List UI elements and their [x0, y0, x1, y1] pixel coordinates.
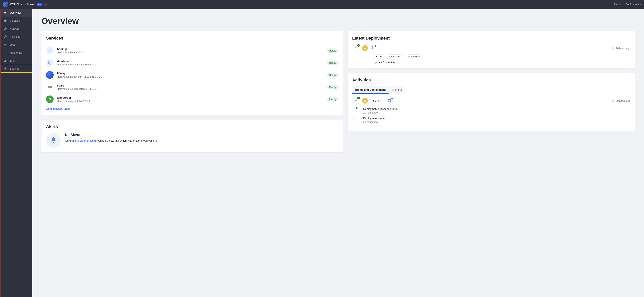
backup-icon [46, 47, 54, 54]
cube-icon [4, 19, 7, 22]
sidebar-item-overview[interactable]: Overview [0, 9, 32, 17]
activity-status-icon: ✓ [352, 97, 360, 104]
service-info: liferay liferaycloud/liferay-dxp:7.2.10-… [57, 72, 327, 78]
breadcrumb-project[interactable]: lfrlearn [28, 3, 36, 6]
alerts-card-title: Alerts [46, 124, 338, 129]
sidebar-item-label: Monitoring [10, 51, 22, 54]
timeline-title: Deployment succeeded in 5s [363, 108, 630, 110]
activities-tabs: Builds and Deployments General [352, 86, 630, 94]
status-dot-icon [392, 98, 393, 100]
timeline-dot-icon [352, 108, 358, 112]
home-icon [4, 11, 7, 14]
build-number-pill[interactable]: 135 [370, 99, 381, 103]
timeline-time: 20 hours ago [363, 120, 630, 124]
latest-deployment-title: Latest Deployment [352, 36, 630, 41]
service-name: search [57, 84, 327, 87]
page-title: Overview [42, 16, 635, 26]
service-row-search[interactable]: search liferaycloud/elasticsearch:6.1.4-… [46, 81, 338, 93]
svg-rect-2 [4, 44, 6, 44]
service-name: liferay [57, 72, 327, 75]
sidebar-item-network[interactable]: Network [0, 25, 32, 33]
branch-pill[interactable]: upgrade… [386, 54, 404, 59]
sidebar-item-activities[interactable]: Activities [0, 33, 32, 41]
breadcrumb: DXP Cloud › lfrlearn uat ⌄ [10, 2, 48, 6]
alerts-description: Go to alerts preferences to configure ho… [65, 139, 157, 143]
svg-point-6 [5, 68, 6, 69]
deployment-status-icon: ✓ [352, 44, 360, 52]
success-check-icon: ✓ [357, 44, 360, 47]
stack-icon [387, 98, 392, 103]
breadcrumb-brand[interactable]: DXP Cloud [10, 3, 24, 6]
service-row-webserver[interactable]: N webserver liferaycloud/nginx:1.14.2-3.… [46, 93, 338, 105]
svg-point-9 [390, 56, 390, 56]
service-image: liferaycloud/database:4.0.0-beta.1 [57, 63, 327, 66]
sidebar-item-label: Services [10, 19, 20, 22]
services-link[interactable]: Go to services page [46, 107, 70, 110]
service-row-backup[interactable]: backup liferaycloud/backup:3.2.1 Ready [46, 44, 338, 57]
svg-rect-4 [4, 45, 6, 46]
build-number-pill[interactable]: 135 [374, 54, 384, 59]
history-icon [4, 35, 7, 38]
sidebar: Overview Services Network Activities Log… [0, 9, 32, 297]
service-info: database liferaycloud/database:4.0.0-bet… [57, 60, 327, 66]
service-image: liferaycloud/nginx:1.14.2-3.1.1 [57, 100, 327, 102]
svg-point-7 [49, 61, 51, 62]
sidebar-item-label: Activities [10, 35, 20, 38]
activities-card: Activities Builds and Deployments Genera… [348, 73, 635, 131]
activity-time: 🕐 20 hours ago [611, 99, 630, 102]
logo-icon[interactable] [3, 2, 8, 7]
liferay-icon [46, 71, 54, 79]
sidebar-item-label: Logs [10, 43, 16, 46]
service-row-database[interactable]: database liferaycloud/database:4.0.0-bet… [46, 57, 338, 69]
services-card-title: Services [46, 36, 338, 41]
chart-icon [4, 51, 7, 54]
clock-icon: 🕐 [611, 46, 614, 50]
nginx-icon: N [46, 96, 54, 103]
status-badge: Ready [327, 85, 338, 89]
tab-builds-deployments[interactable]: Builds and Deployments [352, 86, 389, 94]
alerts-preferences-link[interactable]: alerts preferences [72, 139, 94, 142]
env-badge: uat [37, 3, 42, 6]
timeline-title: Deployment started [363, 117, 630, 120]
search-service-icon [46, 83, 54, 91]
topbar-left: DXP Cloud › lfrlearn uat ⌄ [3, 2, 48, 7]
service-image: liferaycloud/liferay-dxp:7.2.10-ga1-3.0.… [57, 75, 327, 78]
nav-deployments[interactable]: Deployments [625, 3, 641, 6]
latest-deployment-card: Latest Deployment ✓ A 🕐 [348, 31, 635, 68]
activity-head-row: ✓ A 135 🕐 20 hours ago [352, 97, 630, 104]
deployment-time: 🕐 20 hours ago [611, 46, 630, 50]
service-name: database [57, 60, 327, 63]
list-icon [4, 43, 7, 46]
sidebar-item-team[interactable]: Team [0, 57, 32, 65]
commit-pill[interactable]: 2d6d80a [406, 54, 422, 59]
deployment-header-row: ✓ A 🕐 20 hours ago [352, 44, 630, 52]
gear-icon [4, 67, 7, 70]
status-badge: Ready [327, 61, 338, 65]
deployment-message: Update CI service [374, 61, 630, 64]
service-info: backup liferaycloud/backup:3.2.1 [57, 47, 327, 54]
service-info: webserver liferaycloud/nginx:1.14.2-3.1.… [57, 96, 327, 102]
success-check-icon: ✓ [357, 97, 360, 100]
env-dropdown-button[interactable]: ⌄ [44, 2, 48, 6]
service-row-liferay[interactable]: liferay liferaycloud/liferay-dxp:7.2.10-… [46, 69, 338, 81]
alerts-card: Alerts No Alerts Go to alerts preference… [42, 120, 343, 152]
topbar: DXP Cloud › lfrlearn uat ⌄ Builds Deploy… [0, 0, 644, 9]
clock-icon: 🕐 [611, 99, 614, 102]
user-icon [4, 59, 7, 62]
sidebar-item-logs[interactable]: Logs [0, 41, 32, 49]
svg-point-11 [409, 56, 409, 57]
stack-icon [370, 46, 376, 50]
sidebar-item-services[interactable]: Services [0, 17, 32, 25]
service-image: liferaycloud/backup:3.2.1 [57, 51, 327, 54]
service-name: webserver [57, 96, 327, 99]
tab-general[interactable]: General [389, 86, 405, 94]
service-info: search liferaycloud/elasticsearch:6.1.4-… [57, 84, 327, 90]
sidebar-item-monitoring[interactable]: Monitoring [0, 49, 32, 57]
nav-builds[interactable]: Builds [614, 3, 621, 6]
globe-icon [4, 27, 7, 30]
sidebar-item-settings[interactable]: Settings [0, 65, 32, 73]
sidebar-item-label: Settings [10, 67, 20, 70]
main-content: Overview Services backup liferaycloud/ba… [32, 9, 644, 297]
timeline-time: 20 hours ago [363, 111, 630, 114]
activities-card-title: Activities [352, 78, 630, 82]
